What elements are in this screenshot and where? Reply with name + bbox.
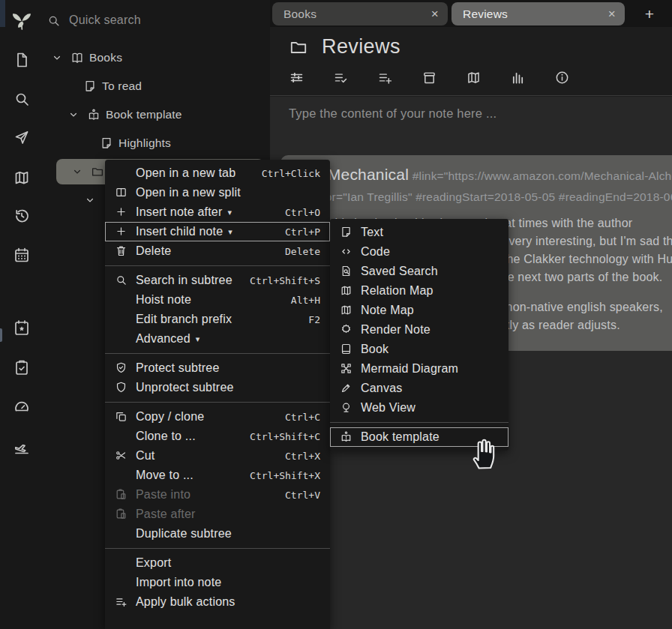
menu-item-edit-branch-prefix[interactable]: Edit branch prefixF2 <box>105 310 330 329</box>
menu-item-relation-map[interactable]: Relation Map <box>330 281 508 301</box>
map-icon <box>466 70 482 85</box>
menu-item-duplicate-subtree[interactable]: Duplicate subtree <box>105 524 330 544</box>
tree-item-label: Book template <box>106 108 182 121</box>
tree-item-book-template[interactable]: Book template <box>44 100 270 129</box>
shield-check-icon <box>115 361 128 374</box>
menu-item-book[interactable]: Book <box>330 340 508 359</box>
menu-item-mermaid-diagram[interactable]: Mermaid Diagram <box>330 359 508 379</box>
launcher-clipboard-check[interactable] <box>13 358 31 376</box>
menu-item-canvas[interactable]: Canvas <box>330 379 508 398</box>
plus-icon <box>115 225 128 238</box>
launcher-history[interactable] <box>13 207 31 225</box>
menu-item-paste-after[interactable]: Paste after <box>105 505 330 524</box>
book-icon <box>340 343 352 355</box>
search-icon <box>13 90 31 108</box>
shield-icon <box>115 381 128 394</box>
menu-item-clone-to[interactable]: Clone to ...Ctrl+Shift+C <box>105 427 330 446</box>
ribbon-info-button[interactable] <box>554 70 570 85</box>
menu-item-note-map[interactable]: Note Map <box>330 301 508 320</box>
menu-item-open-in-a-new-split[interactable]: Open in a new split <box>105 183 330 202</box>
menu-item-insert-child-note[interactable]: Insert child note▾Ctrl+P <box>105 222 330 241</box>
mermaid-icon <box>340 362 352 375</box>
caret-down-icon: ▾ <box>228 227 232 237</box>
launcher-search[interactable] <box>13 90 31 108</box>
sliders-icon <box>289 70 304 85</box>
insert-child-note-submenu: TextCodeSaved SearchRelation MapNote Map… <box>330 219 508 451</box>
quick-search-placeholder: Quick search <box>69 13 141 27</box>
launcher-calendar-star[interactable] <box>13 319 31 337</box>
card-attributes-line2: #author="Ian Tregillis" #readingStart=20… <box>296 187 672 207</box>
book-reader-icon <box>87 108 100 121</box>
corner-strip <box>0 0 5 27</box>
note-type-icon-slot <box>82 79 98 93</box>
file-icon <box>100 136 113 150</box>
expand-chevron[interactable] <box>69 165 86 178</box>
expand-chevron[interactable] <box>49 51 65 64</box>
quick-search-input[interactable]: Quick search <box>46 10 264 31</box>
tab-close-icon[interactable]: × <box>424 7 439 20</box>
menu-separator <box>105 548 330 549</box>
tab-close-icon[interactable]: × <box>601 7 616 20</box>
tree-item-highlights[interactable]: Highlights <box>44 129 270 157</box>
code-icon <box>340 245 352 258</box>
menu-item-open-in-a-new-tab[interactable]: Open in a new tabCtrl+Click <box>105 163 330 183</box>
ribbon-bar-chart-button[interactable] <box>510 70 526 85</box>
menu-item-cut[interactable]: CutCtrl+X <box>105 446 330 466</box>
tab-bar: Books×Reviews× + <box>270 0 672 27</box>
calendar-star-icon <box>13 319 31 337</box>
menu-item-search-in-subtree[interactable]: Search in subtreeCtrl+Shift+S <box>105 271 330 290</box>
ribbon-list-plus-button[interactable] <box>377 70 393 85</box>
tab-books[interactable]: Books× <box>272 2 448 25</box>
menu-item-import-into-note[interactable]: Import into note <box>105 573 330 592</box>
ribbon-list-check-button[interactable] <box>333 70 349 85</box>
book-reader-icon <box>340 430 352 443</box>
map-icon <box>340 284 352 297</box>
menu-item-web-view[interactable]: Web View <box>330 398 508 418</box>
menu-separator <box>105 353 330 354</box>
menu-item-paste-into[interactable]: Paste intoCtrl+V <box>105 485 330 505</box>
launcher-map[interactable] <box>13 169 31 187</box>
note-title[interactable]: Reviews <box>322 35 400 58</box>
tree-item-books[interactable]: Books <box>44 43 270 72</box>
menu-item-copy-clone[interactable]: Copy / cloneCtrl+C <box>105 407 330 427</box>
launcher-gauge[interactable] <box>13 398 31 416</box>
expand-chevron[interactable] <box>65 108 82 121</box>
menu-item-code[interactable]: Code <box>330 242 508 262</box>
ribbon-map-button[interactable] <box>466 70 482 85</box>
menu-item-move-to[interactable]: Move to ...Ctrl+Shift+X <box>105 466 330 485</box>
history-icon <box>13 207 31 225</box>
note-type-icon-slot <box>69 51 86 64</box>
tree-item-to-read[interactable]: To read <box>44 72 270 100</box>
launcher-send[interactable] <box>13 128 31 146</box>
launcher-logo[interactable] <box>10 8 34 32</box>
menu-item-text[interactable]: Text <box>330 223 508 242</box>
menu-separator <box>330 422 508 423</box>
map-icon <box>13 169 31 187</box>
menu-item-hoist-note[interactable]: Hoist noteAlt+H <box>105 290 330 310</box>
new-tab-button[interactable]: + <box>638 2 662 25</box>
editor-placeholder: Type the content of your note here ... <box>289 106 496 121</box>
tab-reviews[interactable]: Reviews× <box>452 2 625 25</box>
ribbon-sliders-button[interactable] <box>289 70 304 85</box>
launcher-bar <box>0 0 44 629</box>
caret-down-icon: ▾ <box>196 334 200 344</box>
menu-item-advanced[interactable]: Advanced▾ <box>105 329 330 349</box>
ribbon-archive-button[interactable] <box>422 70 437 85</box>
menu-item-apply-bulk-actions[interactable]: Apply bulk actions <box>105 592 330 612</box>
menu-item-render-note[interactable]: Render Note <box>330 320 508 340</box>
expand-chevron[interactable] <box>82 193 98 207</box>
map-icon <box>340 304 352 316</box>
caret-down-icon: ▾ <box>227 208 232 217</box>
menu-item-saved-search[interactable]: Saved Search <box>330 262 508 281</box>
launcher-calendar[interactable] <box>13 246 31 264</box>
menu-separator <box>105 402 330 403</box>
note-type-icon-slot <box>86 108 102 121</box>
menu-item-insert-note-after[interactable]: Insert note after▾Ctrl+O <box>105 202 330 222</box>
launcher-plane[interactable] <box>13 439 31 457</box>
menu-item-export[interactable]: Export <box>105 553 330 573</box>
menu-item-book-template[interactable]: Book template <box>330 427 508 447</box>
menu-item-unprotect-subtree[interactable]: Unprotect subtree <box>105 378 330 397</box>
launcher-new-note[interactable] <box>13 51 31 69</box>
menu-item-protect-subtree[interactable]: Protect subtree <box>105 358 330 378</box>
menu-item-delete[interactable]: DeleteDelete <box>105 241 330 261</box>
